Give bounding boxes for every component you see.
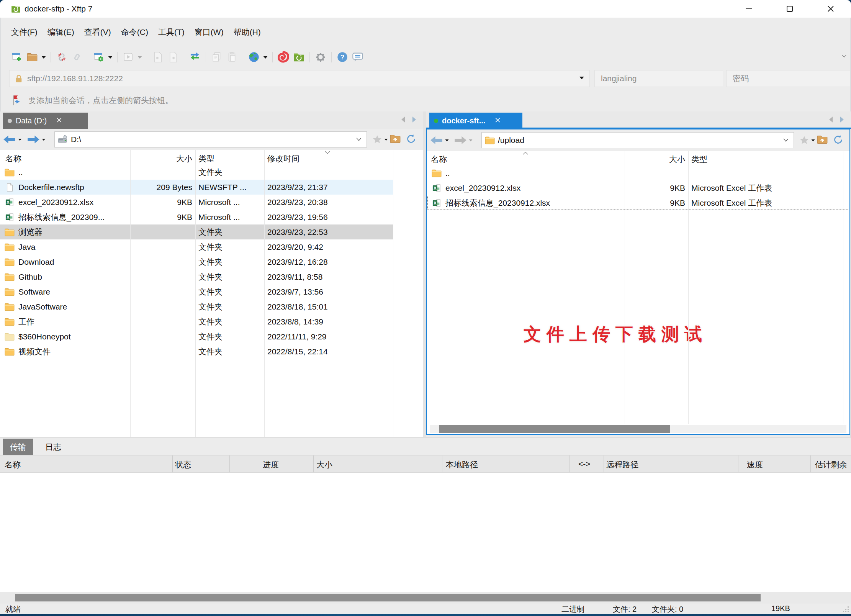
- sync-browsing-button[interactable]: [188, 50, 201, 64]
- remote-horizontal-scrollbar[interactable]: [430, 425, 846, 433]
- local-refresh-button[interactable]: [406, 134, 416, 146]
- username-field[interactable]: langjialing: [594, 70, 723, 87]
- file-row[interactable]: $360Honeypot 文件夹 2022/11/11, 9:29: [0, 329, 423, 344]
- column-divider[interactable]: [604, 455, 604, 472]
- local-tab[interactable]: Data (D:): [3, 113, 88, 129]
- column-divider[interactable]: [313, 455, 314, 472]
- remote-refresh-button[interactable]: [833, 134, 843, 146]
- settings-button[interactable]: [314, 50, 327, 64]
- close-button[interactable]: [810, 0, 851, 18]
- file-row[interactable]: Software 文件夹 2023/9/7, 13:56: [0, 284, 423, 299]
- back-history-caret[interactable]: [18, 138, 22, 140]
- menu-edit[interactable]: 编辑(E): [43, 24, 79, 41]
- remote-path-combobox[interactable]: /upload: [481, 132, 794, 148]
- menu-view[interactable]: 查看(V): [79, 24, 116, 41]
- run-button[interactable]: [122, 50, 135, 64]
- copy-button[interactable]: [210, 50, 223, 64]
- transfer-to-remote-button[interactable]: [167, 50, 180, 64]
- column-header-modified[interactable]: 修改时间: [264, 153, 393, 164]
- column-divider[interactable]: [738, 455, 738, 472]
- file-row[interactable]: Github 文件夹 2023/9/11, 8:58: [0, 269, 423, 284]
- remote-forward-button[interactable]: [454, 135, 475, 145]
- scrollbar-thumb[interactable]: [439, 425, 670, 433]
- password-field[interactable]: 密码: [726, 70, 850, 87]
- local-tab-close-icon[interactable]: [57, 117, 62, 125]
- column-divider[interactable]: [569, 455, 570, 472]
- remote-home-button[interactable]: [817, 135, 828, 146]
- maximize-button[interactable]: [769, 0, 810, 18]
- remote-back-button[interactable]: [430, 135, 451, 145]
- column-header-name[interactable]: 名称: [5, 459, 21, 470]
- local-favorites-button[interactable]: [372, 134, 390, 144]
- column-divider[interactable]: [229, 455, 230, 472]
- file-row[interactable]: 工作 文件夹 2023/8/8, 14:39: [0, 314, 423, 329]
- local-home-button[interactable]: [390, 134, 401, 145]
- column-header-name[interactable]: 名称: [427, 154, 625, 165]
- file-row[interactable]: excel_20230912.xlsx 9KB Microsoft Excel …: [427, 180, 849, 195]
- tab-scroll-right-icon[interactable]: [412, 116, 417, 123]
- remote-favorites-button[interactable]: [799, 135, 817, 145]
- back-history-caret[interactable]: [445, 139, 449, 141]
- menu-file[interactable]: 文件(F): [6, 24, 43, 41]
- pane-splitter[interactable]: [423, 111, 426, 437]
- paste-button[interactable]: [226, 50, 239, 64]
- file-row[interactable]: excel_20230912.xlsx 9KB Microsoft ... 20…: [0, 195, 423, 210]
- file-row[interactable]: Java 文件夹 2023/9/20, 9:42: [0, 239, 423, 254]
- column-header-eta[interactable]: 估计剩余: [815, 459, 847, 470]
- tab-scroll-right-icon[interactable]: [840, 116, 845, 123]
- disconnect-button[interactable]: [55, 50, 68, 64]
- properties-button[interactable]: [92, 50, 105, 64]
- file-row-parent[interactable]: .. 文件夹: [0, 165, 423, 180]
- resize-grip[interactable]: [843, 606, 849, 613]
- xshell-button[interactable]: [277, 50, 290, 64]
- web-dropdown-caret[interactable]: [263, 56, 268, 59]
- column-header-remote-path[interactable]: 远程路径: [606, 459, 638, 470]
- minimize-button[interactable]: [728, 0, 769, 18]
- xftp-button[interactable]: [292, 50, 305, 64]
- file-row[interactable]: Dockerfile.newsftp 209 Bytes NEWSFTP ...…: [0, 180, 423, 195]
- main-horizontal-scrollbar[interactable]: [0, 592, 851, 603]
- tab-scroll-left-icon[interactable]: [828, 116, 833, 123]
- column-header-direction[interactable]: <->: [578, 459, 591, 469]
- help-button[interactable]: ?: [336, 50, 349, 64]
- menu-help[interactable]: 帮助(H): [229, 24, 266, 41]
- address-dropdown-caret[interactable]: [579, 77, 584, 79]
- tab-log[interactable]: 日志: [38, 439, 68, 455]
- menu-window[interactable]: 窗口(W): [190, 24, 229, 41]
- host-address-combobox[interactable]: sftp://192.168.91.128:2222: [9, 70, 590, 87]
- feedback-button[interactable]: [351, 50, 364, 64]
- remote-tab-close-icon[interactable]: [495, 117, 500, 125]
- local-forward-button[interactable]: [27, 134, 47, 144]
- run-dropdown-caret[interactable]: [137, 56, 142, 59]
- open-dropdown-caret[interactable]: [41, 56, 46, 59]
- column-divider[interactable]: [442, 455, 442, 472]
- reconnect-button[interactable]: [70, 50, 83, 64]
- local-path-combobox[interactable]: D:\: [54, 131, 367, 147]
- file-row[interactable]: 招标线索信息_202309... 9KB Microsoft ... 2023/…: [0, 210, 423, 224]
- menu-tools[interactable]: 工具(T): [153, 24, 190, 41]
- column-header-size[interactable]: 大小: [130, 153, 195, 164]
- properties-dropdown-caret[interactable]: [108, 56, 113, 59]
- column-header-status[interactable]: 状态: [175, 459, 191, 470]
- column-header-name[interactable]: 名称: [0, 153, 130, 164]
- file-row[interactable]: Download 文件夹 2023/9/12, 16:28: [0, 254, 423, 269]
- file-row-selected[interactable]: 浏览器 文件夹 2023/9/23, 22:53: [0, 224, 423, 239]
- forward-history-caret[interactable]: [42, 138, 46, 140]
- file-row[interactable]: 视频文件 文件夹 2022/8/15, 22:14: [0, 344, 423, 359]
- favorites-caret[interactable]: [812, 139, 815, 141]
- column-header-progress[interactable]: 进度: [263, 459, 279, 470]
- column-header-type[interactable]: 类型: [688, 154, 849, 165]
- path-dropdown-chevron[interactable]: [783, 138, 789, 143]
- scrollbar-thumb[interactable]: [15, 594, 761, 601]
- remote-tab[interactable]: docker-sft...: [429, 113, 522, 129]
- column-header-type[interactable]: 类型: [195, 153, 264, 164]
- path-dropdown-chevron[interactable]: [356, 137, 362, 142]
- favorites-caret[interactable]: [385, 138, 388, 140]
- file-row[interactable]: JavaSoftware 文件夹 2023/8/18, 15:01: [0, 299, 423, 314]
- new-session-button[interactable]: [10, 50, 23, 64]
- column-header-speed[interactable]: 速度: [747, 459, 763, 470]
- column-header-size[interactable]: 大小: [625, 154, 688, 165]
- local-back-button[interactable]: [3, 134, 24, 144]
- transfer-to-local-button[interactable]: [151, 50, 164, 64]
- open-button[interactable]: [26, 50, 39, 64]
